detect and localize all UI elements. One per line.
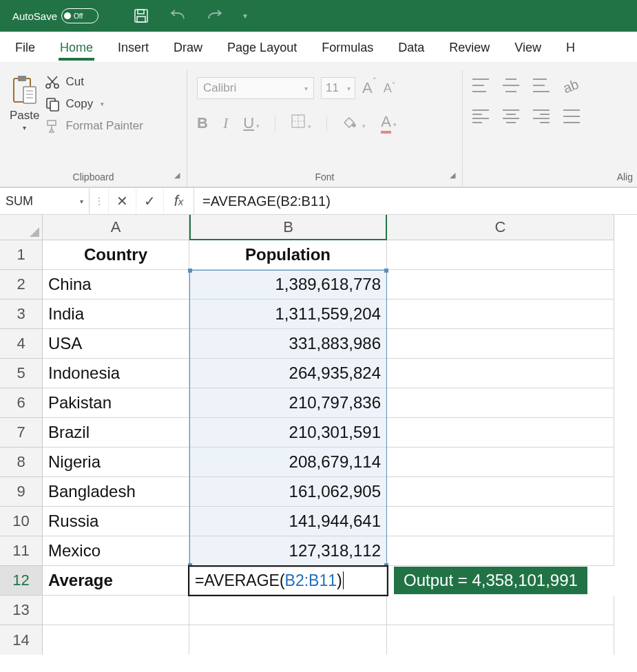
cell-c3[interactable] (387, 300, 614, 329)
borders-button[interactable]: ▾ (291, 114, 311, 133)
tab-file[interactable]: File (14, 35, 36, 62)
tab-draw[interactable]: Draw (172, 35, 204, 62)
row-header[interactable]: 11 (0, 536, 43, 566)
row-header[interactable]: 7 (0, 418, 43, 448)
cancel-formula-button[interactable]: ✕ (109, 188, 136, 214)
row-header[interactable]: 1 (0, 240, 43, 270)
customize-qat-icon[interactable]: ▾ (243, 11, 247, 21)
tab-insert[interactable]: Insert (116, 35, 150, 62)
tab-page-layout[interactable]: Page Layout (226, 35, 298, 62)
cell-c5[interactable] (387, 359, 614, 388)
align-middle-button[interactable] (503, 78, 519, 92)
cell-c6[interactable] (387, 388, 614, 418)
bold-button[interactable]: B (197, 114, 208, 132)
cell-a3[interactable]: India (43, 300, 189, 329)
cell-b13[interactable] (189, 596, 387, 625)
increase-font-size-button[interactable]: A˄ (362, 79, 377, 97)
cell-c1[interactable] (387, 240, 614, 270)
paste-dropdown-icon[interactable]: ▾ (23, 124, 26, 132)
font-color-button[interactable]: A▾ (381, 113, 397, 134)
cell-a14[interactable] (43, 625, 189, 655)
undo-icon[interactable] (169, 9, 187, 23)
paste-button[interactable]: Paste ▾ (10, 70, 39, 134)
align-right-button[interactable] (533, 109, 550, 123)
clipboard-dialog-launcher-icon[interactable]: ◢ (174, 171, 180, 180)
row-header[interactable]: 9 (0, 477, 43, 507)
enter-formula-button[interactable]: ✓ (136, 188, 164, 214)
tab-view[interactable]: View (513, 35, 543, 62)
font-name-selector[interactable]: Calibri ▾ (197, 77, 314, 99)
cell-b2[interactable]: 1,389,618,778 (189, 270, 387, 300)
cell-b5[interactable]: 264,935,824 (189, 359, 387, 388)
cell-a13[interactable] (43, 596, 189, 625)
cell-c2[interactable] (387, 270, 614, 300)
orientation-button[interactable]: ab (561, 76, 581, 96)
cell-a6[interactable]: Pakistan (43, 388, 189, 418)
font-size-selector[interactable]: 11 ▾ (321, 77, 355, 99)
row-header[interactable]: 4 (0, 329, 43, 359)
cell-c10[interactable] (387, 507, 614, 536)
cell-a7[interactable]: Brazil (43, 418, 189, 448)
autosave-toggle-group[interactable]: AutoSave Off (12, 8, 98, 23)
autosave-toggle[interactable]: Off (61, 8, 98, 23)
row-header[interactable]: 3 (0, 300, 43, 329)
cell-c9[interactable] (387, 477, 614, 507)
row-header[interactable]: 2 (0, 270, 43, 300)
cell-c13[interactable] (387, 596, 614, 625)
cell-c8[interactable] (387, 448, 614, 477)
name-box[interactable]: SUM ▾ (0, 188, 90, 214)
cell-b4[interactable]: 331,883,986 (189, 329, 387, 359)
cell-b11[interactable]: 127,318,112 (189, 536, 387, 566)
cell-a1[interactable]: Country (43, 240, 189, 270)
cell-a8[interactable]: Nigeria (43, 448, 189, 477)
font-dialog-launcher-icon[interactable]: ◢ (450, 171, 455, 180)
decrease-indent-button[interactable] (563, 109, 580, 123)
cell-b7[interactable]: 210,301,591 (189, 418, 387, 448)
cell-b8[interactable]: 208,679,114 (189, 448, 387, 477)
cell-c7[interactable] (387, 418, 614, 448)
underline-button[interactable]: U▾ (243, 114, 260, 132)
row-header[interactable]: 12 (0, 566, 43, 596)
tab-formulas[interactable]: Formulas (320, 35, 375, 62)
cell-b14[interactable] (189, 625, 387, 655)
cut-button[interactable]: Cut (45, 74, 143, 90)
tab-help-partial[interactable]: H (565, 35, 576, 62)
align-top-button[interactable] (472, 78, 489, 92)
cell-a2[interactable]: China (43, 270, 189, 300)
align-bottom-button[interactable] (533, 78, 550, 92)
copy-dropdown-icon[interactable]: ▾ (101, 101, 104, 107)
cell-a5[interactable]: Indonesia (43, 359, 189, 388)
decrease-font-size-button[interactable]: A˅ (384, 81, 395, 96)
cell-a12[interactable]: Average (43, 566, 189, 596)
tab-data[interactable]: Data (397, 35, 426, 62)
row-header[interactable]: 5 (0, 359, 43, 388)
formula-bar-input[interactable]: =AVERAGE(B2:B11) (194, 188, 637, 214)
column-header-b[interactable]: B (189, 215, 387, 240)
insert-function-button[interactable]: fx (164, 188, 194, 214)
spreadsheet-grid[interactable]: A B C 1 2 3 4 5 6 7 8 9 10 11 12 13 14 C… (0, 215, 637, 672)
format-painter-button[interactable]: Format Painter (45, 118, 143, 134)
redo-icon[interactable] (206, 9, 224, 23)
cell-b6[interactable]: 210,797,836 (189, 388, 387, 418)
cell-b9[interactable]: 161,062,905 (189, 477, 387, 507)
row-header[interactable]: 13 (0, 596, 43, 625)
row-header[interactable]: 14 (0, 625, 43, 655)
italic-button[interactable]: I (223, 114, 228, 132)
tab-home[interactable]: Home (59, 35, 94, 62)
select-all-corner[interactable] (0, 215, 43, 240)
cell-c4[interactable] (387, 329, 614, 359)
tab-review[interactable]: Review (448, 35, 491, 62)
cell-c14[interactable] (387, 625, 614, 655)
cell-a10[interactable]: Russia (43, 507, 189, 536)
cell-a4[interactable]: USA (43, 329, 189, 359)
row-header[interactable]: 8 (0, 448, 43, 477)
column-header-c[interactable]: C (387, 215, 614, 240)
fill-color-button[interactable]: ▾ (342, 114, 366, 132)
cell-a11[interactable]: Mexico (43, 536, 189, 566)
column-header-a[interactable]: A (43, 215, 189, 240)
cell-b10[interactable]: 141,944,641 (189, 507, 387, 536)
copy-button[interactable]: Copy ▾ (45, 96, 143, 112)
cell-a9[interactable]: Bangladesh (43, 477, 189, 507)
cell-b12-active[interactable]: =AVERAGE(B2:B11) (189, 566, 387, 596)
save-icon[interactable] (133, 8, 149, 24)
